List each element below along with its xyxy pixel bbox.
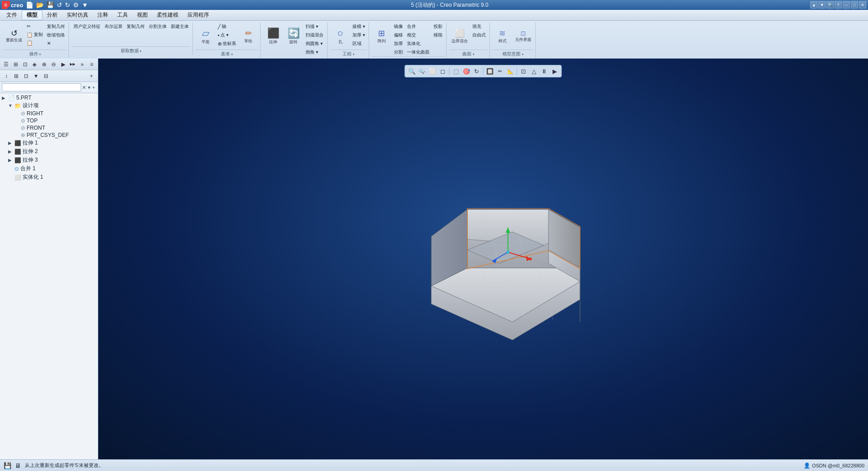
panel-btn-list[interactable]: ☰ (2, 60, 10, 69)
ribbon-btn-boundary-blend[interactable]: ⬜ 边界混合 (449, 23, 470, 50)
tree-item-extrude3[interactable]: ▶ ⬛ 拉伸 3 (0, 156, 98, 164)
statusbar-icon-display[interactable]: 🖥 (15, 462, 21, 469)
ribbon-btn-hole[interactable]: ○ 孔 (330, 23, 350, 50)
title-maximize[interactable]: □ (851, 1, 858, 9)
panel-btn-layers[interactable]: ⊡ (21, 60, 29, 69)
ribbon-btn-project[interactable]: 投影 (432, 23, 444, 31)
title-minimize[interactable]: ─ (843, 1, 850, 9)
title-search[interactable]: 🔍 (827, 1, 834, 9)
ribbon-btn-shrink[interactable]: 收缩包络 (45, 31, 67, 39)
vt-triangle[interactable]: △ (529, 66, 539, 76)
ribbon-btn-offset[interactable]: 偏移 (392, 31, 405, 39)
vt-wireframe[interactable]: ◻ (438, 66, 448, 76)
tree-item-top[interactable]: ⊘ TOP (0, 117, 98, 124)
ribbon-btn-point[interactable]: •点 ▾ (216, 31, 238, 39)
ribbon-btn-round[interactable]: 倒圆角 ▾ (304, 40, 325, 48)
panel-btn-filter-minus[interactable]: ⊟ (41, 72, 50, 81)
vt-display1[interactable]: 🔲 (485, 66, 495, 76)
viewport[interactable]: 🔍 🔍- ⬜ ◻ ⬚ 🎯 ↻ 🔲 ✏ 📐 ⊡ △ ⏸ ▶ (98, 59, 868, 459)
vt-display2[interactable]: ✏ (495, 66, 505, 76)
title-close[interactable]: ✕ (859, 1, 866, 9)
panel-btn-expand[interactable]: ⊕ (40, 60, 48, 69)
panel-btn-filter-dropdown[interactable]: ▼ (32, 72, 41, 81)
tree-item-extrude1[interactable]: ▶ ⬛ 拉伸 1 (0, 139, 98, 147)
statusbar-icon-save[interactable]: 💾 (4, 462, 11, 469)
tree-item-solidify1[interactable]: ⬜ 实体化 1 (0, 173, 98, 181)
ribbon-btn-sweep-blend[interactable]: 扫描混合 (304, 31, 325, 39)
tree-item-csys[interactable]: ⊕ PRT_CSYS_DEF (0, 131, 98, 139)
ribbon-btn-boolean[interactable]: 布尔运算 (103, 23, 124, 31)
panel-btn-sort[interactable]: ↕ (2, 72, 11, 81)
group-label-getdata[interactable]: 获取数据 ▾ (72, 46, 191, 54)
title-help[interactable]: ? (835, 1, 842, 9)
search-input[interactable] (2, 83, 81, 91)
ribbon-btn-new-body[interactable]: 新建主体 (169, 23, 191, 31)
qa-settings[interactable]: ⚙ (72, 1, 80, 9)
ribbon-btn-sweep[interactable]: 扫描 ▾ (304, 23, 325, 31)
title-up[interactable]: ▲ (810, 1, 818, 9)
tree-item-design[interactable]: ▼ 📁 设计项 (0, 101, 98, 110)
ribbon-btn-plane[interactable]: ▱ 平面 (196, 23, 215, 50)
ribbon-btn-sketch[interactable]: ✏ 草绘 (238, 23, 258, 50)
menu-model[interactable]: 模型 (22, 10, 42, 20)
ribbon-btn-axis[interactable]: ╱轴 (216, 23, 238, 31)
search-add[interactable]: + (91, 85, 96, 90)
ribbon-btn-eng3[interactable]: 区域 (351, 40, 367, 48)
ribbon-btn-copy-geo[interactable]: 复制几何 (45, 23, 67, 31)
panel-btn-model[interactable]: ◈ (30, 60, 39, 69)
ribbon-btn-regenerate[interactable]: ↺ 重新生成 (4, 23, 24, 50)
group-label-engineering[interactable]: 工程 ▾ (330, 50, 367, 57)
ribbon-btn-merge[interactable]: 合并 (405, 23, 431, 31)
qa-redo[interactable]: ↻ (64, 1, 71, 9)
vt-section[interactable]: ⊡ (519, 66, 529, 76)
ribbon-btn-paste[interactable]: 📋 (25, 39, 45, 47)
ribbon-btn-split-body[interactable]: 分割主体 (147, 23, 169, 31)
panel-btn-more[interactable]: » (78, 60, 87, 69)
panel-btn-filter-remove[interactable]: ⊡ (22, 72, 31, 81)
panel-btn-next[interactable]: ▶ (59, 60, 68, 69)
tree-item-5prt[interactable]: ▶ 📄 5.PRT (0, 94, 98, 101)
ribbon-btn-array[interactable]: ⊞ 阵列 (372, 23, 392, 50)
menu-simulation[interactable]: 实时仿真 (62, 10, 93, 20)
ribbon-btn-mirror[interactable]: 镜像 (392, 23, 405, 31)
panel-btn-add-filter[interactable]: + (87, 72, 96, 81)
menu-flexible[interactable]: 柔性建模 (152, 10, 183, 20)
tree-item-right[interactable]: ⊘ RIGHT (0, 110, 98, 117)
title-help-arrow[interactable]: ▼ (818, 1, 826, 9)
search-clear[interactable]: ✕ (81, 85, 87, 91)
menu-view[interactable]: 视图 (132, 10, 152, 20)
ribbon-btn-freeform[interactable]: 自由式 (471, 31, 488, 39)
group-label-datum[interactable]: 基准 ▾ (196, 50, 258, 57)
ribbon-btn-copy[interactable]: 📋复制 (25, 31, 45, 39)
ribbon-btn-unified[interactable]: 一体化曲面 (405, 48, 431, 56)
qa-save[interactable]: 💾 (46, 1, 55, 9)
ribbon-btn-solidify[interactable]: 实体化 (405, 40, 431, 48)
ribbon-btn-component-interface[interactable]: ⊡ 元件界面 (513, 23, 534, 50)
qa-more[interactable]: ▼ (81, 1, 89, 9)
ribbon-btn-divide[interactable]: 分割 (392, 48, 405, 56)
qa-open[interactable]: 📂 (35, 1, 45, 9)
tree-item-extrude2[interactable]: ▶ ⬛ 拉伸 2 (0, 147, 98, 156)
ribbon-btn-csys[interactable]: ⊕坐标系 (216, 40, 238, 48)
ribbon-btn-delete[interactable]: ✕ (45, 40, 67, 47)
vt-display3[interactable]: 📐 (506, 66, 516, 76)
ribbon-btn-draft[interactable]: 拔模 ▾ (351, 23, 367, 31)
qa-new[interactable]: 📄 (25, 1, 34, 9)
menu-applications[interactable]: 应用程序 (183, 10, 214, 20)
qa-undo[interactable]: ↺ (56, 1, 63, 9)
ribbon-btn-eng2[interactable]: 加厚 ▾ (351, 31, 367, 39)
ribbon-btn-copy-geo2[interactable]: 复制几何 (125, 23, 146, 31)
ribbon-btn-intersect[interactable]: 相交 (405, 31, 431, 39)
tree-item-front[interactable]: ⊘ FRONT (0, 124, 98, 131)
vt-perspective[interactable]: 🎯 (461, 66, 471, 76)
panel-btn-settings[interactable]: ≡ (87, 60, 96, 69)
ribbon-btn-thicken[interactable]: 加厚 (392, 40, 405, 48)
menu-annotation[interactable]: 注释 (93, 10, 113, 20)
ribbon-btn-cut[interactable]: ✂ (25, 23, 45, 30)
vt-spin[interactable]: ↻ (472, 66, 482, 76)
group-label-surface[interactable]: 曲面 ▾ (449, 50, 488, 57)
vt-zoom-in[interactable]: 🔍 (407, 66, 417, 76)
ribbon-btn-revolve[interactable]: 🔄 旋转 (283, 23, 303, 50)
vt-play[interactable]: ▶ (550, 66, 560, 76)
vt-fit[interactable]: ⬜ (428, 66, 438, 76)
